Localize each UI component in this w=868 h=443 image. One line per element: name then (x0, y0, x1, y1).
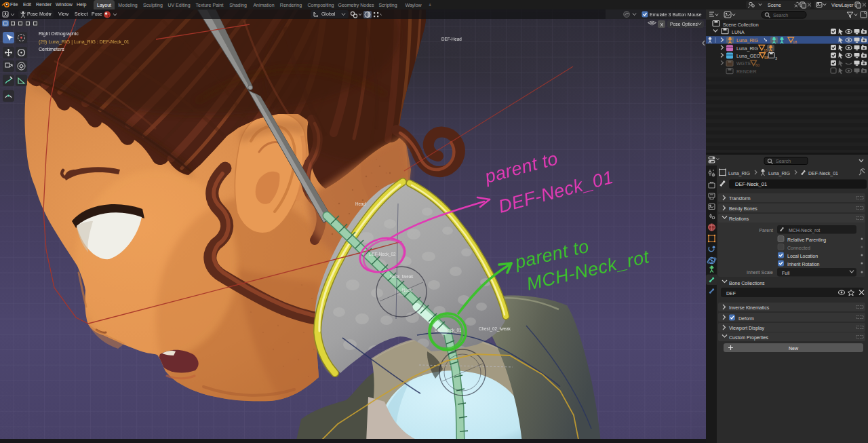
svg-text:Inverse Kinematics: Inverse Kinematics (729, 305, 770, 310)
svg-text:DEF-Neck_01: DEF-Neck_01 (435, 328, 462, 333)
svg-text:3: 3 (775, 56, 777, 60)
svg-text:60: 60 (755, 63, 760, 67)
svg-text:Luna_GEO: Luna_GEO (736, 54, 761, 59)
svg-text:Luna_RIG: Luna_RIG (768, 171, 790, 176)
svg-text:DEF-Head: DEF-Head (441, 37, 462, 41)
svg-text:Relations: Relations (729, 216, 749, 221)
svg-text:Custom Properties: Custom Properties (729, 335, 768, 341)
svg-text:Right Orthographic: Right Orthographic (39, 31, 79, 37)
svg-text:DEF-Neck_01: DEF-Neck_01 (808, 171, 838, 176)
svg-text:Local Location: Local Location (787, 254, 818, 258)
svg-text:RENDER: RENDER (736, 69, 757, 74)
svg-text:Bendy Bones: Bendy Bones (729, 206, 757, 212)
svg-text:(29) Luna_RIG | Luna_RIG : DEF: (29) Luna_RIG | Luna_RIG : DEF-Neck_01 (39, 39, 130, 45)
svg-text:MCH-Neck_rot: MCH-Neck_rot (789, 228, 820, 233)
svg-text:Deform: Deform (738, 316, 754, 321)
svg-text:Viewport Display: Viewport Display (729, 326, 765, 331)
svg-text:Search: Search (773, 13, 788, 18)
svg-text:Chest_02_tweak: Chest_02_tweak (479, 326, 511, 332)
svg-text:Neck_tweak: Neck_tweak (390, 274, 414, 280)
svg-text:DEF-Neck_01: DEF-Neck_01 (735, 181, 767, 187)
svg-text:Head: Head (355, 201, 366, 206)
svg-text:Parent: Parent (759, 228, 773, 233)
svg-text:Inherit Scale: Inherit Scale (747, 270, 773, 275)
svg-text:Relative Parenting: Relative Parenting (787, 237, 826, 243)
svg-text:Inherit Rotation: Inherit Rotation (787, 262, 820, 267)
svg-text:ViewLayer: ViewLayer (831, 3, 854, 8)
svg-text:WGTS: WGTS (736, 61, 751, 66)
svg-text:DEF-Neck_02: DEF-Neck_02 (369, 252, 396, 257)
svg-text:Search: Search (776, 159, 791, 163)
svg-text:Transform: Transform (729, 196, 751, 201)
svg-text:New: New (789, 346, 799, 351)
svg-text:LUNA: LUNA (732, 30, 745, 35)
svg-text:Luna_RIG: Luna_RIG (728, 171, 750, 176)
svg-text:18: 18 (793, 40, 797, 44)
svg-text:Connected: Connected (787, 246, 810, 250)
svg-text:DEF: DEF (726, 291, 736, 296)
svg-text:Scene Collection: Scene Collection (723, 22, 759, 27)
svg-text:Neck: Neck (402, 288, 412, 292)
svg-text:Bone Collections: Bone Collections (729, 281, 765, 286)
svg-text:Luna_RIG: Luna_RIG (736, 38, 758, 43)
svg-text:Luna_RIG: Luna_RIG (736, 46, 758, 52)
svg-text:X: X (660, 22, 664, 27)
svg-text:58: 58 (764, 56, 768, 60)
svg-text:Scene: Scene (768, 3, 781, 7)
svg-text:Pose Options: Pose Options (670, 22, 698, 27)
svg-text:Full: Full (782, 271, 790, 275)
svg-text:Centimeters: Centimeters (39, 47, 64, 52)
